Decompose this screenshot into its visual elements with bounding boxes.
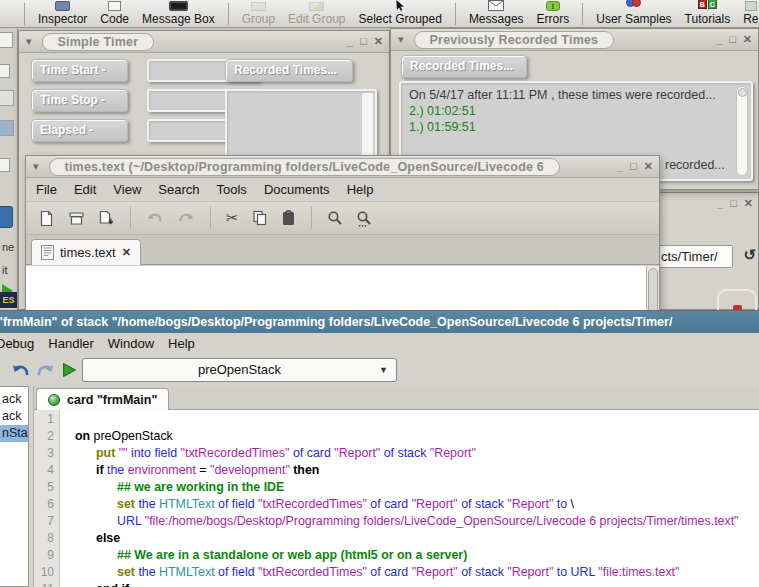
handler-list-item[interactable]: ack [0, 408, 28, 425]
menu-tools[interactable]: Tools [217, 182, 247, 197]
script-editor-toolbar: preOpenStack ▼ [0, 354, 759, 386]
recorded-times-button[interactable]: Recorded Times... [225, 59, 353, 82]
line-number: 6 [34, 496, 59, 513]
code-line: set the HTMLText of field "txtRecordedTi… [61, 564, 759, 581]
path-input[interactable]: cts/Timer/ [655, 245, 733, 268]
minimize-button[interactable]: _ [717, 197, 723, 210]
menu-help[interactable]: Help [168, 336, 195, 351]
scrollbar-thumb[interactable] [648, 268, 658, 314]
time-stop-button[interactable]: Time Stop - [31, 89, 128, 112]
gedit-titlebar[interactable]: ▾ times.text (~/Desktop/Programming fold… [26, 156, 659, 178]
maximize-button[interactable]: □ [630, 158, 637, 174]
collapse-arrow-icon[interactable]: ▾ [33, 161, 39, 172]
field-scrollbar[interactable] [736, 86, 748, 176]
code-line: ## We are in a standalone or web app (ht… [61, 547, 759, 564]
line-number: 11 [34, 581, 59, 587]
maximize-button[interactable]: □ [729, 31, 736, 47]
window-controls: _ □ ✕ [347, 33, 383, 49]
close-button[interactable]: ✕ [744, 197, 753, 210]
toolbar-button-errors[interactable]: !Errors [537, 0, 570, 26]
find-icon[interactable] [327, 210, 343, 226]
run-icon[interactable] [62, 362, 77, 382]
code-area[interactable]: 1234567891011 on preOpenStackput "" into… [34, 410, 759, 587]
close-button[interactable]: ✕ [374, 33, 383, 49]
toolbar-button-messages[interactable]: Messages [469, 0, 524, 26]
menu-documents[interactable]: Documents [264, 182, 330, 197]
tab-times-text[interactable]: times.text ✕ [31, 239, 141, 265]
toolbar-button-label: Inspector [38, 12, 87, 26]
toolbar-button-select-grouped[interactable]: Select Grouped [358, 0, 441, 26]
elapsed-button[interactable]: Elapsed - [31, 119, 128, 142]
minimize-button[interactable]: _ [716, 31, 722, 47]
text-editor-area[interactable]: On 5/4/17 after 11:11 PM , these times w… [26, 266, 646, 312]
save-document-icon[interactable] [98, 210, 115, 227]
collapse-arrow-icon[interactable]: ▾ [26, 36, 32, 47]
menu-handler[interactable]: Handler [48, 336, 94, 351]
line-number: 2 [34, 428, 59, 445]
tab-close-icon[interactable]: ✕ [122, 246, 131, 259]
collapse-arrow-icon[interactable]: ▾ [398, 34, 404, 45]
close-button[interactable]: ✕ [644, 158, 653, 174]
report-line: 1.) 01:59:51 [409, 119, 731, 135]
recorded-times-button[interactable]: Recorded Times... [401, 55, 527, 78]
code-lines: on preOpenStackput "" into field "txtRec… [61, 411, 759, 587]
find-replace-icon[interactable] [356, 210, 372, 227]
line-number: 5 [34, 479, 59, 496]
code-line: set the HTMLText of field "txtRecordedTi… [61, 496, 759, 513]
menu-debug[interactable]: Debug [0, 336, 34, 351]
minimize-button[interactable]: _ [347, 33, 353, 49]
menu-edit[interactable]: Edit [74, 182, 96, 197]
code-line: if the environment = "development" then [61, 462, 759, 479]
copy-icon[interactable] [252, 210, 268, 226]
time-start-button[interactable]: Time Start - [31, 59, 128, 82]
tab-label: card "frmMain" [67, 393, 157, 407]
handler-list-item[interactable]: nStac [0, 425, 28, 442]
tab-label: times.text [60, 245, 116, 260]
script-editor-main: card "frmMain" 1234567891011 on preOpenS… [34, 386, 759, 587]
gedit-toolbar: ✂ [26, 201, 659, 235]
menu-window[interactable]: Window [108, 336, 154, 351]
cut-icon[interactable]: ✂ [226, 209, 239, 227]
toolbar-button-tutorials[interactable]: BCTutorials [685, 0, 731, 26]
toolbar-button-code[interactable]: Code [100, 0, 129, 26]
reload-icon[interactable]: ↺ [743, 246, 756, 264]
toolbar-button-re[interactable]: Re [743, 0, 758, 26]
minimize-button[interactable]: _ [617, 158, 623, 174]
toolbar-button-label: Re [743, 12, 758, 26]
paste-icon[interactable] [281, 210, 296, 226]
redo-icon[interactable] [177, 211, 195, 225]
handler-list-item[interactable]: ack [0, 391, 28, 408]
undo-icon[interactable] [11, 362, 30, 381]
toolbar-button-inspector[interactable]: Inspector [38, 0, 87, 26]
palette-text-fragment: ne [2, 241, 14, 253]
redo-icon[interactable] [36, 362, 55, 381]
handler-dropdown[interactable]: preOpenStack ▼ [82, 358, 397, 382]
palette-text-fragment: it [2, 264, 8, 276]
maximize-button[interactable]: □ [730, 197, 737, 210]
maximize-button[interactable]: □ [360, 33, 367, 49]
report-line: 2.) 01:02:51 [409, 103, 731, 119]
editor-scrollbar[interactable] [646, 266, 659, 312]
gedit-tabbar: times.text ✕ [26, 235, 659, 265]
toolbar-button-user-samples[interactable]: User Samples [596, 0, 671, 26]
undo-icon[interactable] [146, 211, 164, 225]
chevron-down-icon: ▼ [379, 359, 388, 381]
code-line: else [61, 530, 759, 547]
menu-help[interactable]: Help [347, 182, 374, 197]
prev-times-titlebar[interactable]: ▾ Previously Recorded Times _ □ ✕ [391, 29, 758, 51]
gedit-title: times.text (~/Desktop/Programming folder… [49, 158, 560, 176]
open-document-icon[interactable] [68, 210, 85, 227]
tab-card-frmmain[interactable]: card "frmMain" [36, 388, 169, 410]
close-button[interactable]: ✕ [743, 31, 752, 47]
toolbar-separator [582, 3, 583, 25]
menu-search[interactable]: Search [158, 182, 199, 197]
script-editor-menubar: DebugHandlerWindowHelp [0, 333, 759, 354]
menu-view[interactable]: View [113, 182, 141, 197]
scrollbar-thumb[interactable] [738, 88, 747, 97]
script-editor-titlebar[interactable]: "frmMain" of stack "/home/bogs/Desktop/P… [0, 311, 759, 333]
toolbar-button-message-box[interactable]: Message Box [142, 0, 215, 26]
new-document-icon[interactable] [38, 210, 55, 227]
menu-file[interactable]: File [36, 182, 57, 197]
simple-timer-titlebar[interactable]: ▾ Simple Timer _ □ ✕ [19, 31, 389, 53]
screen: InspectorCodeMessage BoxGroupEdit GroupS… [0, 0, 759, 587]
